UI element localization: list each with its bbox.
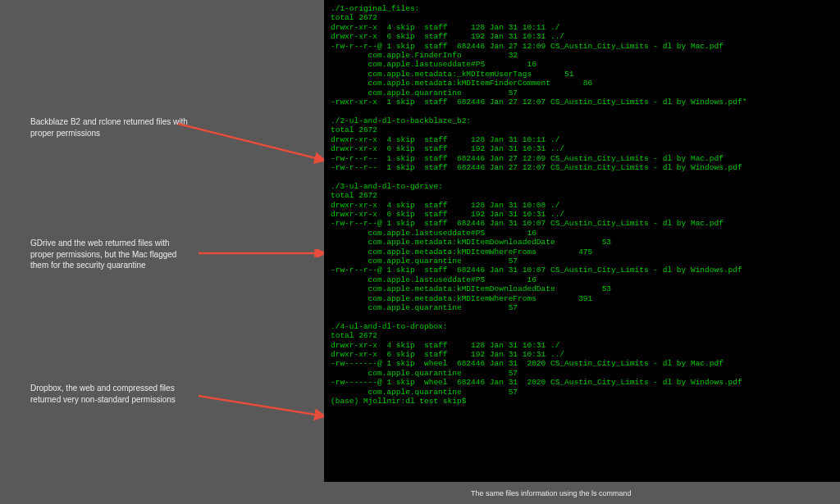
terminal-output: ./1-original_files: total 2672 drwxr-xr-…	[324, 0, 840, 482]
annotation-gdrive: GDrive and the web returned files with p…	[30, 238, 190, 271]
annotation-backblaze: Backblaze B2 and rclone returned files w…	[30, 116, 190, 138]
annotation-dropbox: Dropbox, the web and compressed files re…	[30, 383, 190, 405]
annotation-text: GDrive and the web returned files with p…	[30, 238, 176, 270]
svg-line-5	[199, 396, 326, 416]
annotation-text: Dropbox, the web and compressed files re…	[30, 384, 176, 404]
arrow-icon	[197, 393, 336, 422]
figure-caption: The same files information using the ls …	[471, 489, 632, 497]
svg-line-1	[178, 124, 326, 161]
arrow-icon	[176, 121, 336, 166]
arrow-icon	[197, 249, 336, 257]
annotation-text: Backblaze B2 and rclone returned files w…	[30, 117, 188, 138]
